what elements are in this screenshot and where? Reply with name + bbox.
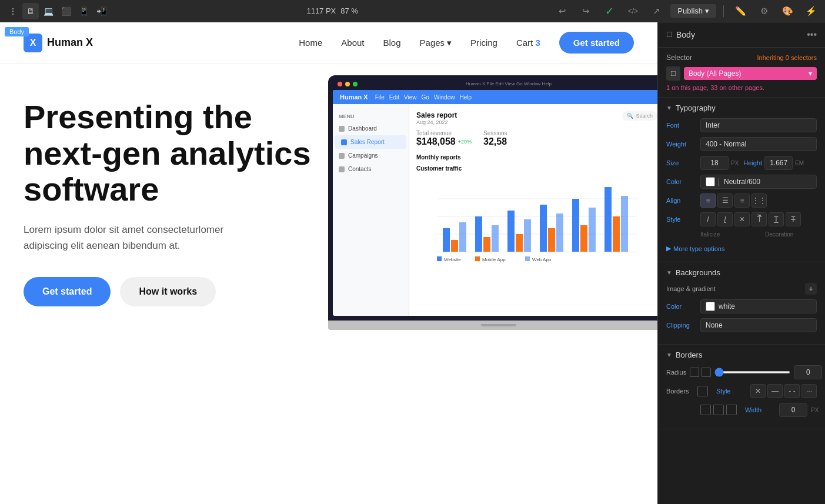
size-row: Size 18 PX Height 1.667 EM bbox=[666, 156, 817, 170]
font-select[interactable]: Inter bbox=[700, 118, 817, 132]
app-menu-label: Menu bbox=[333, 111, 409, 122]
borders-header[interactable]: ▼ Borders bbox=[658, 345, 825, 365]
sidebar-sales-report[interactable]: Sales Report bbox=[335, 135, 406, 149]
app-menu-links: File Edit View Go Window Help bbox=[375, 94, 472, 101]
hero-primary-button[interactable]: Get started bbox=[24, 277, 111, 306]
nav-cart[interactable]: Cart 3 bbox=[516, 38, 540, 48]
panel-menu-icon[interactable]: ••• bbox=[807, 29, 817, 40]
nav-about[interactable]: About bbox=[341, 38, 364, 48]
share-icon[interactable]: ↗ bbox=[647, 2, 666, 21]
nav-pages[interactable]: Pages ▾ bbox=[420, 38, 452, 48]
undo-icon[interactable]: ↩ bbox=[553, 2, 572, 21]
typography-header[interactable]: ▼ Typography bbox=[658, 98, 825, 118]
border-style-dashed-button[interactable]: - - bbox=[784, 384, 800, 398]
border-width-tl-icon[interactable] bbox=[700, 405, 711, 415]
border-style-dotted-button[interactable]: ··· bbox=[801, 384, 817, 398]
selector-layout-icon[interactable]: ☐ bbox=[666, 66, 680, 81]
svg-rect-8 bbox=[483, 237, 490, 252]
svg-rect-10 bbox=[507, 211, 515, 252]
backgrounds-header[interactable]: ▼ Backgrounds bbox=[658, 262, 825, 283]
header-cta-button[interactable]: Get started bbox=[559, 32, 634, 54]
app-search[interactable]: 🔍 Search bbox=[622, 111, 657, 121]
sidebar-campaigns[interactable]: Campaigns bbox=[333, 149, 409, 162]
bolt-icon[interactable]: ⚡ bbox=[801, 2, 820, 21]
border-style-solid-button[interactable]: — bbox=[767, 384, 783, 398]
code-icon[interactable]: </> bbox=[623, 2, 642, 21]
borders-title: Borders bbox=[676, 351, 703, 359]
border-all-icon[interactable] bbox=[697, 386, 708, 396]
desktop-alt-icon[interactable]: 💻 bbox=[40, 3, 56, 19]
borders-label-text: Borders bbox=[666, 388, 694, 395]
border-style-none-button[interactable]: ✕ bbox=[750, 384, 766, 398]
sidebar-contacts[interactable]: Contacts bbox=[333, 162, 409, 176]
mobile-icon[interactable]: 📲 bbox=[93, 3, 109, 19]
sales-icon bbox=[341, 139, 347, 145]
device-icons: ⋮ 🖥 💻 ⬛ 📱 📲 bbox=[5, 3, 109, 19]
align-label: Align bbox=[666, 197, 697, 204]
stats-row: Total revenue $148,058 +20% bbox=[416, 130, 657, 147]
app-main-content: Sales report Aug 24, 2022 🔍 Search bbox=[409, 104, 657, 316]
color-input-row[interactable]: Neutral/600 bbox=[700, 175, 817, 189]
radius-value-input[interactable]: 0 bbox=[794, 365, 822, 379]
svg-rect-7 bbox=[475, 216, 482, 252]
tablet-landscape-icon[interactable]: ⬛ bbox=[58, 3, 74, 19]
check-icon[interactable]: ✓ bbox=[600, 2, 619, 21]
svg-text:Website: Website bbox=[444, 257, 461, 262]
bg-color-value: white bbox=[719, 302, 735, 311]
radius-slider[interactable] bbox=[714, 371, 790, 373]
size-input[interactable]: 18 bbox=[700, 156, 729, 170]
palette-icon[interactable]: 🎨 bbox=[778, 2, 797, 21]
app-sidebar: Menu Dashboard Sales Report bbox=[333, 104, 409, 316]
align-center-button[interactable]: ☰ bbox=[717, 193, 733, 208]
nav-blog[interactable]: Blog bbox=[383, 38, 401, 48]
main-layout: Body X Human X Home About Blog Pages ▾ P… bbox=[0, 22, 825, 504]
align-left-button[interactable]: ≡ bbox=[700, 193, 716, 208]
pen-icon[interactable]: ✏️ bbox=[731, 2, 750, 21]
nav-pricing[interactable]: Pricing bbox=[470, 38, 497, 48]
decoration-none-button[interactable]: ✕ bbox=[734, 212, 750, 226]
borders-width-label: Width bbox=[745, 406, 776, 413]
sidebar-dashboard[interactable]: Dashboard bbox=[333, 122, 409, 135]
svg-rect-14 bbox=[548, 228, 555, 252]
chevron-down-icon: ▾ bbox=[705, 6, 709, 15]
hero-secondary-button[interactable]: How it works bbox=[120, 277, 216, 306]
align-right-button[interactable]: ≡ bbox=[734, 193, 750, 208]
radius-tr-icon[interactable] bbox=[702, 368, 711, 377]
more-icon[interactable]: ⋮ bbox=[5, 3, 21, 19]
weight-select[interactable]: 400 - Normal bbox=[700, 137, 817, 151]
border-width-br-icon[interactable] bbox=[726, 405, 737, 415]
bg-color-row: Color white bbox=[666, 299, 817, 313]
strikethrough-button[interactable]: T̄ bbox=[751, 212, 767, 226]
publish-button[interactable]: Publish ▾ bbox=[670, 4, 716, 18]
redo-icon[interactable]: ↪ bbox=[576, 2, 595, 21]
chevron-icon: ▼ bbox=[666, 269, 672, 276]
height-input[interactable]: 1.667 bbox=[764, 156, 793, 170]
italic-oblique-button[interactable]: I bbox=[717, 212, 733, 226]
separator bbox=[723, 5, 724, 17]
nav-home[interactable]: Home bbox=[299, 38, 322, 48]
bg-color-input[interactable]: white bbox=[700, 299, 817, 313]
svg-rect-11 bbox=[516, 234, 523, 252]
more-type-options[interactable]: ▶ More type options bbox=[666, 242, 817, 255]
selector-dropdown[interactable]: Body (All Pages) ▾ bbox=[684, 67, 817, 80]
border-width-tr-icon[interactable] bbox=[713, 405, 724, 415]
underline-button[interactable]: T bbox=[769, 212, 784, 226]
gear-icon[interactable]: ⚙ bbox=[754, 2, 773, 21]
radius-tl-icon[interactable] bbox=[690, 368, 699, 377]
italic-button[interactable]: I bbox=[700, 212, 716, 226]
desktop-icon[interactable]: 🖥 bbox=[22, 3, 39, 19]
border-width-input[interactable]: 0 bbox=[779, 403, 807, 417]
image-gradient-label: Image & gradient bbox=[666, 285, 716, 292]
height-label: Height bbox=[743, 159, 762, 166]
svg-rect-9 bbox=[492, 225, 499, 252]
line-through-button[interactable]: T bbox=[786, 212, 801, 226]
align-justify-button[interactable]: ⋮⋮ bbox=[751, 193, 767, 208]
sessions-stat: Sessions 32,58 bbox=[483, 130, 507, 147]
clipping-select[interactable]: None bbox=[700, 318, 817, 332]
tablet-icon[interactable]: 📱 bbox=[75, 3, 92, 19]
laptop-screen-area: Human X File Edit View Go Window Help Hu… bbox=[328, 75, 657, 321]
bg-color-swatch bbox=[706, 302, 715, 311]
add-image-button[interactable]: + bbox=[805, 283, 817, 295]
radius-label: Radius bbox=[666, 369, 686, 376]
body-badge: Body bbox=[5, 27, 29, 36]
